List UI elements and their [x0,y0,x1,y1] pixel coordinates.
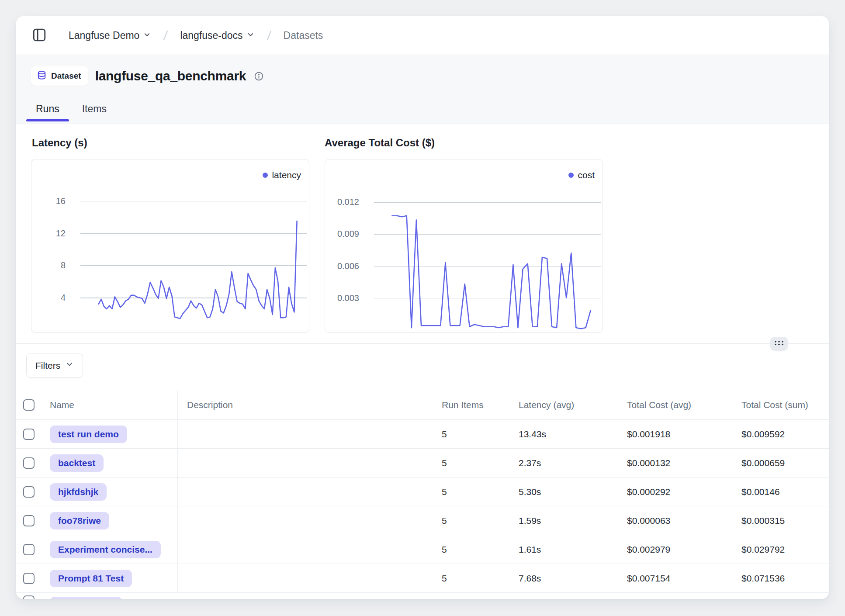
filters-section: Filters [16,344,829,391]
page-title: langfuse_qa_benchmark [95,69,246,83]
dataset-badge: Dataset [31,66,88,86]
latency-chart: latency 161284 [31,159,309,333]
breadcrumb-project-label: langfuse-docs [180,30,242,42]
run-total-cost-avg: $0.000292 [618,487,733,497]
chevron-down-icon [65,360,74,371]
run-name-chip[interactable]: test run demo [50,426,127,443]
cost-chart: cost 0.0120.0090.0060.003 [325,159,603,333]
run-latency-avg: 13.43s [510,429,618,440]
run-items-count: 5 [433,458,510,468]
row-checkbox[interactable] [23,457,35,469]
run-name-chip[interactable]: foo78riwe [50,512,109,529]
run-items-count: 5 [433,516,510,526]
resize-drag-handle[interactable] [770,337,788,351]
runs-table: Name Description Run Items Latency (avg)… [16,391,829,599]
table-header-row: Name Description Run Items Latency (avg)… [16,391,829,420]
breadcrumb-separator [161,29,170,42]
latency-chart-title: Latency (s) [32,137,87,149]
run-total-cost-avg: $0.007154 [618,573,733,584]
run-total-cost-avg: $0.000132 [618,458,733,468]
main-card: Langfuse Demo langfuse-docs Datasets [16,16,829,599]
breadcrumb-org-dropdown[interactable]: Langfuse Demo [69,30,151,42]
dataset-badge-label: Dataset [51,71,81,81]
legend-label: latency [272,170,301,180]
table-row-partial [16,593,829,599]
run-name-chip[interactable]: hjkfdshjk [50,483,107,501]
run-name-chip[interactable]: Prompt 81 Test [50,570,132,587]
row-checkbox[interactable] [23,573,35,584]
run-total-cost-sum: $0.00146 [733,487,829,497]
column-header-total-cost-avg: Total Cost (avg) [618,400,733,410]
charts-section: Latency (s) Average Total Cost ($) laten… [16,124,829,344]
sidebar-toggle-button[interactable] [32,28,47,43]
row-checkbox[interactable] [23,515,35,526]
breadcrumb-separator [264,29,274,42]
run-total-cost-sum: $0.009592 [733,429,829,440]
legend-dot-icon [568,173,574,178]
latency-chart-legend: latency [263,170,301,180]
table-row[interactable]: hjkfdshjk 5 5.30s $0.000292 $0.00146 [16,478,829,506]
run-total-cost-avg: $0.002979 [618,544,733,555]
breadcrumb-page-label: Datasets [284,30,323,42]
dataset-header-band: Dataset langfuse_qa_benchmark Runs Items [16,55,829,124]
cost-line-series [325,159,603,333]
run-name-chip[interactable] [50,597,122,599]
panel-left-icon [32,28,47,44]
run-latency-avg: 1.61s [510,544,618,555]
tab-items[interactable]: Items [73,97,116,121]
cost-chart-legend: cost [568,170,595,180]
row-checkbox[interactable] [23,595,35,599]
info-icon[interactable] [254,71,264,81]
tab-runs-label: Runs [36,103,59,115]
select-all-checkbox[interactable] [23,399,35,411]
grip-dots-icon [773,339,785,348]
run-total-cost-avg: $0.001918 [618,429,733,440]
run-latency-avg: 1.59s [510,516,618,526]
run-total-cost-sum: $0.000315 [733,516,829,526]
breadcrumb-page[interactable]: Datasets [284,30,323,42]
column-header-run-items: Run Items [433,400,510,410]
tab-list: Runs Items [26,97,116,121]
row-checkbox[interactable] [23,544,35,555]
table-body: test run demo 5 13.43s $0.001918 $0.0095… [16,420,829,593]
run-total-cost-sum: $0.000659 [733,458,829,468]
row-checkbox[interactable] [23,486,35,498]
run-name-chip[interactable]: backtest [50,454,104,472]
latency-line-series [31,159,310,333]
tab-items-label: Items [82,103,107,115]
legend-dot-icon [263,173,268,178]
column-header-name: Name [40,391,178,419]
row-checkbox[interactable] [23,429,35,440]
table-row[interactable]: test run demo 5 13.43s $0.001918 $0.0095… [16,420,829,449]
column-header-total-cost-sum: Total Cost (sum) [733,400,829,410]
run-name-chip[interactable]: Experiment concise... [50,541,161,558]
run-total-cost-sum: $0.029792 [733,544,829,555]
legend-label: cost [578,170,595,180]
breadcrumb: Langfuse Demo langfuse-docs Datasets [69,29,323,42]
run-latency-avg: 2.37s [510,458,618,468]
run-latency-avg: 7.68s [510,573,618,584]
table-row[interactable]: Prompt 81 Test 5 7.68s $0.007154 $0.0715… [16,564,829,593]
column-header-latency-avg: Latency (avg) [510,400,618,410]
run-latency-avg: 5.30s [510,487,618,497]
table-row[interactable]: backtest 5 2.37s $0.000132 $0.000659 [16,449,829,478]
database-icon [37,70,47,82]
breadcrumb-project-dropdown[interactable]: langfuse-docs [180,30,254,42]
cost-chart-title: Average Total Cost ($) [325,137,435,149]
filters-button[interactable]: Filters [26,353,83,378]
breadcrumb-org-label: Langfuse Demo [69,30,139,42]
run-items-count: 5 [433,573,510,584]
chevron-down-icon [143,30,151,42]
column-header-description: Description [178,400,433,410]
run-items-count: 5 [433,487,510,497]
table-row[interactable]: foo78riwe 5 1.59s $0.000063 $0.000315 [16,506,829,535]
run-items-count: 5 [433,544,510,555]
top-bar: Langfuse Demo langfuse-docs Datasets [16,16,829,55]
run-total-cost-avg: $0.000063 [618,516,733,526]
table-row[interactable]: Experiment concise... 5 1.61s $0.002979 … [16,535,829,564]
chevron-down-icon [246,30,255,42]
run-total-cost-sum: $0.071536 [733,573,829,584]
tab-runs[interactable]: Runs [26,97,69,121]
filters-button-label: Filters [35,360,60,371]
run-items-count: 5 [433,429,510,440]
